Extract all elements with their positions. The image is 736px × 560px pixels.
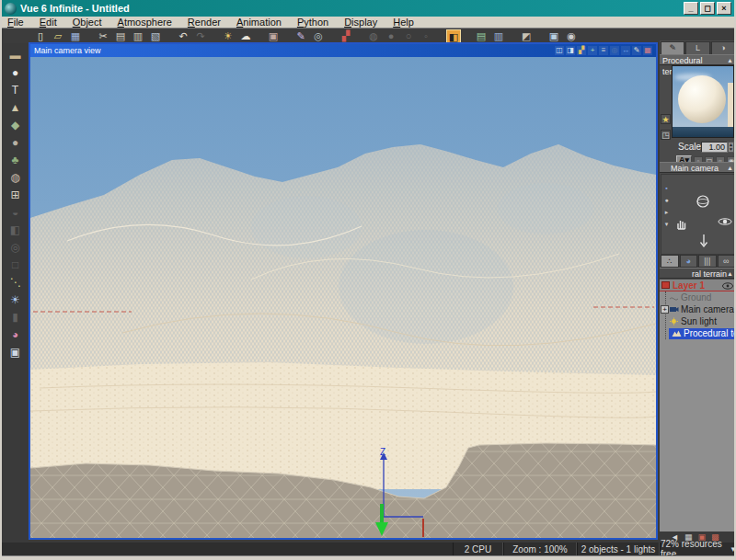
terrain-tool-icon[interactable]: ▲ <box>6 100 24 116</box>
ungroup-icon[interactable]: ● <box>384 29 398 43</box>
rock-tool-icon[interactable]: ● <box>6 135 24 151</box>
wand-icon[interactable]: ★ <box>661 114 671 124</box>
undo-icon[interactable]: ↶ <box>176 29 190 43</box>
camera-select-icon[interactable]: ◫ <box>555 46 564 55</box>
render-object-icon[interactable]: ▣ <box>266 29 281 43</box>
save-icon[interactable]: ▦ <box>68 29 83 43</box>
zoom-tool-icon[interactable]: ◎ <box>311 29 326 43</box>
layer-row[interactable]: Layer 1 <box>660 280 736 291</box>
unlink-icon[interactable]: ◦ <box>419 29 433 43</box>
material-sphere-icon[interactable]: ◕ <box>6 327 24 343</box>
expander-icon[interactable]: + <box>661 305 669 314</box>
edit-view-icon[interactable]: ✎ <box>632 46 641 55</box>
mini-ball-icon[interactable]: ● <box>662 196 671 204</box>
material-tab-display[interactable]: ◑ <box>711 41 735 54</box>
alien-object-tool-icon[interactable]: ⊞ <box>6 188 24 203</box>
move-down-icon[interactable] <box>697 234 710 250</box>
material-tab-profile[interactable]: L <box>685 41 709 54</box>
planet-tool-icon[interactable]: ◍ <box>6 170 24 186</box>
viewport-canvas[interactable]: Z <box>30 57 656 538</box>
last-render-icon[interactable]: ▣ <box>546 29 561 43</box>
render-screen-icon[interactable]: ▤ <box>474 29 489 43</box>
add-marker-icon[interactable]: + <box>588 46 597 55</box>
box-tool-icon[interactable]: □ <box>6 257 24 273</box>
filter-tool-icon[interactable]: ▮ <box>6 310 24 326</box>
tree-item-sun-light[interactable]: Sun light <box>660 315 736 327</box>
pick-object-icon[interactable]: ◳ <box>661 130 671 140</box>
status-resources[interactable]: 72% resources free▼ <box>660 543 736 555</box>
menu-file[interactable]: File <box>7 17 24 28</box>
new-file-icon[interactable]: ▯ <box>33 29 48 43</box>
edit-object-icon[interactable]: ✎ <box>293 29 308 43</box>
link-icon[interactable]: ○ <box>401 29 416 43</box>
cut-icon[interactable]: ✂ <box>96 29 110 43</box>
tree-item-ground[interactable]: Ground <box>660 291 736 303</box>
sphere-tool-icon[interactable]: ● <box>6 65 24 81</box>
render-options-icon[interactable]: ◉ <box>564 29 579 43</box>
browser-tab-materials[interactable]: ◕ <box>680 255 698 268</box>
next-icon[interactable]: ▸ <box>662 208 671 216</box>
render-mode-icon[interactable]: ▞ <box>577 46 586 55</box>
chevron-down-icon[interactable]: ▼ <box>730 545 736 554</box>
group-tool-icon[interactable]: ◎ <box>6 240 24 256</box>
orbit-icon[interactable] <box>717 213 733 230</box>
scale-row: Scale 1.00 ▲▼ <box>660 140 736 154</box>
light-tool-icon[interactable]: ☀ <box>6 292 24 308</box>
group-icon[interactable]: ◍ <box>366 29 381 43</box>
browser-tab-links[interactable]: ∞ <box>718 255 736 268</box>
menu-help[interactable]: Help <box>393 17 414 28</box>
tree-item-main-camera[interactable]: + Main camera <box>660 303 736 315</box>
pan-view-icon[interactable]: ↔ <box>621 46 630 55</box>
tree-item-procedural-terrain[interactable]: Procedural terrain <box>660 327 736 339</box>
menu-display[interactable]: Display <box>344 17 377 28</box>
maximize-button[interactable]: ◻ <box>700 2 715 15</box>
text-tool-icon[interactable]: T <box>6 83 24 98</box>
menu-atmosphere[interactable]: Atmosphere <box>118 17 172 28</box>
plant-tool-icon[interactable]: ♣ <box>6 153 24 168</box>
close-button[interactable]: × <box>717 2 731 15</box>
scale-spinner[interactable]: ▲▼ <box>728 142 734 153</box>
trackball-icon[interactable] <box>695 193 711 210</box>
minimize-button[interactable]: _ <box>684 2 698 15</box>
animation-wizard-icon[interactable]: ◩ <box>519 29 534 43</box>
pan-hand-icon[interactable] <box>674 217 689 232</box>
camera-tool-icon[interactable]: ▣ <box>6 345 24 360</box>
display-options-icon[interactable]: ◧ <box>446 29 461 43</box>
browser-tab-numerics[interactable]: ||| <box>698 255 717 268</box>
cube-tool-icon[interactable]: ◆ <box>6 118 24 133</box>
zoom-view-icon[interactable]: ◎ <box>610 46 619 55</box>
rain-tool-icon[interactable]: ⋱ <box>6 275 24 291</box>
menu-edit[interactable]: Edit <box>40 17 57 28</box>
material-header[interactable]: Procedural terrain▲ <box>660 54 736 65</box>
material-preview[interactable] <box>672 65 734 138</box>
eye-icon[interactable] <box>722 281 733 291</box>
layer-visibility-icon[interactable]: ≡ <box>599 46 608 55</box>
redo-icon[interactable]: ↷ <box>193 29 208 43</box>
menu-animation[interactable]: Animation <box>236 17 282 28</box>
copy-icon[interactable]: ▤ <box>113 29 128 43</box>
sun-icon <box>669 317 679 326</box>
material-tab-paint[interactable]: ✎ <box>661 41 684 54</box>
menu-python[interactable]: Python <box>297 17 328 28</box>
metablob-tool-icon[interactable]: ◒ <box>6 205 24 221</box>
load-atmosphere-icon[interactable]: ☀ <box>221 29 236 43</box>
display-toggle-icon[interactable]: ▪ <box>662 184 671 192</box>
prev-icon[interactable]: ▾ <box>662 220 671 228</box>
boolean-tool-icon[interactable]: ◧ <box>6 223 24 238</box>
camera-header[interactable]: Main camera▲ <box>660 162 736 173</box>
snapshot-icon[interactable]: ▦ <box>643 46 652 55</box>
browser-header[interactable]: ral terrain▲ <box>660 268 736 279</box>
menu-render[interactable]: Render <box>188 17 221 28</box>
open-file-icon[interactable]: ▱ <box>51 29 65 43</box>
view-mode-icon[interactable]: ◨ <box>566 46 575 55</box>
paste-icon[interactable]: ▥ <box>131 29 145 43</box>
scale-input[interactable]: 1.00 <box>701 142 728 153</box>
browser-tab-objects[interactable]: ∴ <box>661 255 679 268</box>
clouds-icon[interactable]: ☁ <box>238 29 253 43</box>
render-area-icon[interactable]: ▥ <box>491 29 506 43</box>
menu-object[interactable]: Object <box>73 17 102 28</box>
color-swatches-icon[interactable]: ▞ <box>339 29 353 43</box>
viewport-titlebar[interactable]: Main camera view ◫◨▞+≡◎↔✎▦ <box>30 44 656 57</box>
paste-as-object-icon[interactable]: ▧ <box>148 29 163 43</box>
ground-tool-icon[interactable]: ▬ <box>6 48 24 63</box>
